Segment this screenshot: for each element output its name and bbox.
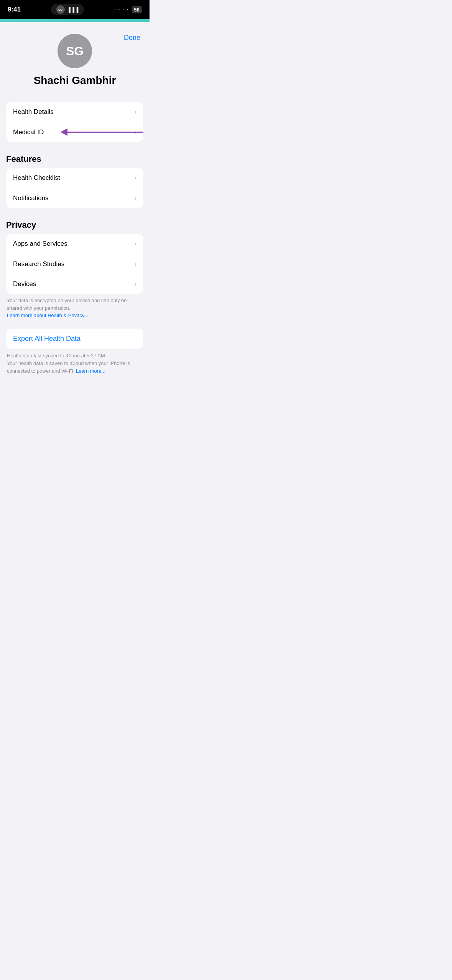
- devices-row[interactable]: Devices ›: [6, 274, 143, 294]
- status-time: 9:41: [8, 6, 21, 13]
- status-signal-icon: ▐▐▐: [67, 7, 79, 13]
- health-checklist-label: Health Checklist: [13, 174, 60, 182]
- research-studies-chevron: ›: [135, 261, 136, 268]
- export-card: Export All Health Data: [6, 329, 143, 349]
- user-name: Shachi Gambhir: [34, 74, 116, 87]
- research-studies-row[interactable]: Research Studies ›: [6, 254, 143, 274]
- health-checklist-row[interactable]: Health Checklist ›: [6, 168, 143, 188]
- research-studies-label: Research Studies: [13, 260, 64, 268]
- accent-bar: [0, 19, 150, 22]
- notifications-chevron: ›: [135, 195, 136, 202]
- features-card: Health Checklist › Notifications ›: [6, 168, 143, 208]
- apps-services-chevron: ›: [135, 240, 136, 247]
- profile-card: Health Details › Medical ID ›: [6, 102, 143, 142]
- devices-chevron: ›: [135, 281, 136, 288]
- health-details-chevron: ›: [135, 109, 136, 115]
- privacy-note: Your data is encrypted on your device an…: [6, 297, 143, 319]
- export-label: Export All Health Data: [13, 335, 81, 343]
- privacy-learn-more-link[interactable]: Learn more about Health & Privacy...: [7, 312, 88, 318]
- health-checklist-chevron: ›: [135, 174, 136, 181]
- devices-label: Devices: [13, 280, 36, 288]
- arrow-head: [61, 128, 67, 136]
- medical-id-label: Medical ID: [13, 128, 44, 136]
- status-dots: · · · ·: [114, 7, 128, 12]
- notifications-row[interactable]: Notifications ›: [6, 188, 143, 208]
- header-section: Done SG Shachi Gambhir: [0, 22, 150, 102]
- health-details-row[interactable]: Health Details ›: [6, 102, 143, 122]
- privacy-title: Privacy: [0, 211, 150, 234]
- arrow-annotation: [67, 132, 143, 133]
- privacy-card: Apps and Services › Research Studies › D…: [6, 234, 143, 294]
- done-button[interactable]: Done: [124, 34, 140, 42]
- export-row[interactable]: Export All Health Data: [6, 329, 143, 349]
- apps-services-row[interactable]: Apps and Services ›: [6, 234, 143, 254]
- notifications-label: Notifications: [13, 194, 49, 202]
- features-title: Features: [0, 145, 150, 168]
- status-right-group: · · · · 58: [114, 6, 142, 13]
- avatar: SG: [58, 34, 92, 68]
- status-bar: 9:41 SG ▐▐▐ · · · · 58: [0, 0, 150, 19]
- medical-id-row[interactable]: Medical ID ›: [6, 122, 143, 142]
- status-battery: 58: [132, 6, 142, 13]
- main-content: Done SG Shachi Gambhir Health Details › …: [0, 22, 150, 390]
- apps-services-label: Apps and Services: [13, 240, 67, 248]
- sync-learn-more-link[interactable]: Learn more...: [76, 368, 105, 374]
- arrow-line: [67, 132, 143, 133]
- status-avatar: SG: [56, 5, 65, 14]
- health-details-label: Health Details: [13, 108, 54, 116]
- sync-note: Health data last synced to iCloud at 5:2…: [6, 352, 143, 375]
- status-center-pill: SG ▐▐▐: [51, 4, 84, 15]
